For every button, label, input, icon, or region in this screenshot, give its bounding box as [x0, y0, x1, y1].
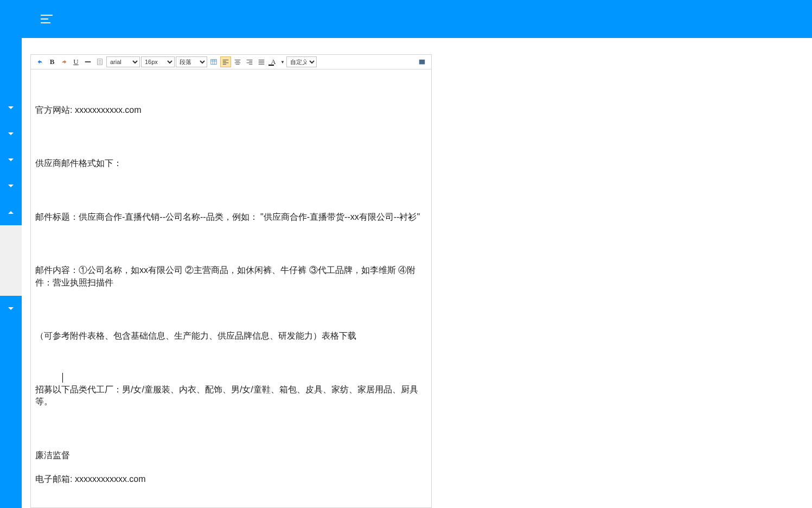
- menu-icon[interactable]: [41, 15, 53, 23]
- app-header: [0, 0, 812, 38]
